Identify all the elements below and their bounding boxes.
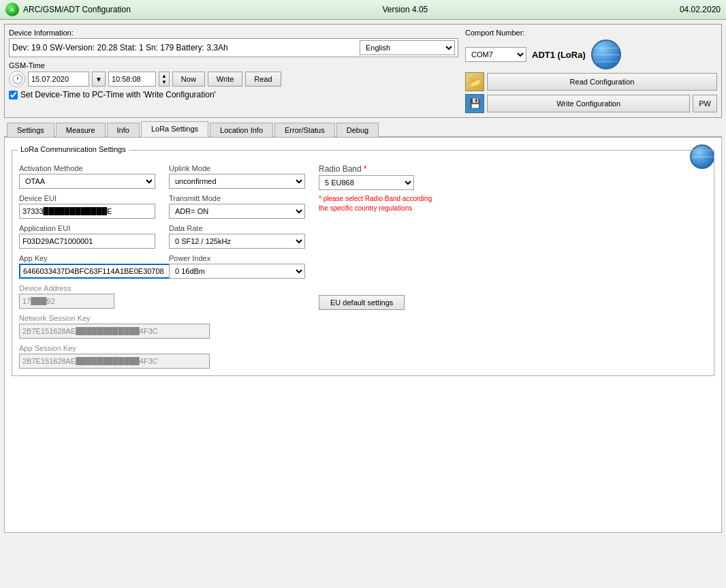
col3: Radio Band * 5 EU868 0 AS923 1 AU915 2 C…: [319, 164, 489, 369]
col2: Uplink Mode unconfirmed confirmed Transm…: [169, 164, 305, 369]
eu-default-button[interactable]: EU default settings: [319, 295, 405, 310]
comport-select[interactable]: COM7 COM1COM2COM3 COM4COM5COM6 COM8: [465, 47, 526, 62]
top-section: Device Information: Dev: 19.0 SW-Version…: [4, 24, 722, 118]
lora-group-box: LoRa Communnication Settings Activation …: [12, 150, 714, 376]
device-eui-label: Device EUI: [19, 194, 155, 202]
tab-debug[interactable]: Debug: [336, 123, 379, 137]
network-session-key-label: Network Session Key: [19, 314, 155, 322]
calendar-button[interactable]: ▼: [92, 72, 106, 87]
tab-settings[interactable]: Settings: [7, 123, 54, 137]
arc-logo-icon: A: [5, 3, 19, 16]
radio-band-note: * please select Radio Band accordingthe …: [319, 194, 489, 213]
power-index-label: Power Index: [169, 254, 305, 262]
device-address-input[interactable]: [19, 294, 114, 309]
comport-label: Comport Number:: [465, 29, 717, 37]
clock-icon: 🕐: [9, 71, 25, 87]
date-input[interactable]: [28, 72, 89, 87]
main-container: Device Information: Dev: 19.0 SW-Version…: [0, 20, 726, 537]
group-box-label: LoRa Communnication Settings: [18, 145, 129, 153]
device-info-text: Dev: 19.0 SW-Version: 20.28 Stat: 1 Sn: …: [12, 43, 357, 52]
comport-row: COM7 COM1COM2COM3 COM4COM5COM6 COM8 ADT1…: [465, 40, 717, 69]
app-key-label: App Key: [19, 254, 155, 262]
language-select[interactable]: English German French: [360, 40, 455, 55]
comport-section: Comport Number: COM7 COM1COM2COM3 COM4CO…: [465, 29, 717, 69]
uplink-mode-select[interactable]: unconfirmed confirmed: [169, 174, 305, 189]
read-time-button[interactable]: Read: [245, 72, 281, 87]
app-session-key-label: App Session Key: [19, 344, 155, 352]
write-time-button[interactable]: Write: [208, 72, 242, 87]
read-config-button[interactable]: Read Configuration: [487, 73, 717, 91]
activation-methode-select[interactable]: OTAA ABP: [19, 174, 155, 189]
save-icon: 💾: [465, 94, 484, 113]
power-index-select[interactable]: 0 16dBm 1 14dBm 2 12dBm: [169, 264, 305, 279]
eu-default-container: EU default settings: [319, 295, 489, 310]
tab-measure[interactable]: Measure: [56, 123, 106, 137]
left-panel: Device Information: Dev: 19.0 SW-Version…: [9, 29, 458, 113]
application-eui-label: Application EUI: [19, 224, 155, 232]
title-bar-left: A ARC/GSM/ADT Configuration: [5, 3, 131, 16]
content-panel: LoRa Communnication Settings Activation …: [4, 138, 722, 533]
time-spinner[interactable]: ▲▼: [159, 72, 170, 87]
open-folder-icon: 📂: [465, 72, 484, 91]
gsm-time-label: GSM-Time: [9, 61, 458, 69]
gsm-time-row: 🕐 ▼ ▲▼ Now Write Read: [9, 71, 458, 87]
date-label: 04.02.2020: [680, 5, 721, 14]
radio-band-asterisk: *: [364, 164, 367, 174]
device-eui-input[interactable]: [19, 204, 155, 219]
gsm-time-section: GSM-Time 🕐 ▼ ▲▼ Now Write Read Set Devic…: [9, 61, 458, 99]
tab-info[interactable]: Info: [107, 123, 140, 137]
data-rate-label: Data Rate: [169, 224, 305, 232]
app-title: ARC/GSM/ADT Configuration: [23, 5, 131, 14]
set-device-time-label: Set Device-Time to PC-Time with 'Write C…: [20, 90, 216, 99]
set-device-time-checkbox[interactable]: [9, 91, 18, 99]
write-config-button[interactable]: Write Configuration: [487, 95, 690, 112]
device-name-label: ADT1 (LoRa): [532, 50, 586, 60]
radio-band-select[interactable]: 5 EU868 0 AS923 1 AU915 2 CN470 3 CN779 …: [319, 175, 414, 190]
tab-error-status[interactable]: Error/Status: [274, 123, 335, 137]
uplink-mode-label: Uplink Mode: [169, 164, 305, 172]
tabs-bar: Settings Measure Info LoRa Settings Loca…: [4, 121, 722, 138]
globe-icon: [591, 40, 621, 69]
tab-lora-settings[interactable]: LoRa Settings: [141, 121, 208, 137]
tab-location-info[interactable]: Location Info: [210, 123, 273, 137]
right-panel: Comport Number: COM7 COM1COM2COM3 COM4CO…: [465, 29, 717, 113]
device-info-row: Dev: 19.0 SW-Version: 20.28 Stat: 1 Sn: …: [9, 38, 458, 57]
activation-methode-label: Activation Methode: [19, 164, 155, 172]
transmitt-mode-select[interactable]: ADR= ON ADR= OFF: [169, 204, 305, 219]
version-label: Version 4.05: [383, 5, 428, 14]
transmitt-mode-label: Transmitt Mode: [169, 194, 305, 202]
read-config-row: 📂 Read Configuration: [465, 72, 717, 91]
col1: Activation Methode OTAA ABP Device EUI A…: [19, 164, 155, 369]
time-input[interactable]: [108, 72, 156, 87]
lora-form-grid: Activation Methode OTAA ABP Device EUI A…: [19, 157, 707, 369]
pw-button[interactable]: PW: [693, 95, 717, 112]
application-eui-input[interactable]: [19, 234, 155, 249]
now-button[interactable]: Now: [172, 72, 205, 87]
radio-band-label: Radio Band *: [319, 164, 489, 174]
checkbox-row: Set Device-Time to PC-Time with 'Write C…: [9, 90, 458, 99]
data-rate-select[interactable]: 0 SF12 / 125kHz 1 SF11 / 125kHz 2 SF10 /…: [169, 234, 305, 249]
write-config-row: 💾 Write Configuration PW: [465, 94, 717, 113]
device-info-label: Device Information:: [9, 29, 458, 37]
title-bar: A ARC/GSM/ADT Configuration Version 4.05…: [0, 0, 726, 20]
device-address-label: Device Address: [19, 284, 155, 292]
